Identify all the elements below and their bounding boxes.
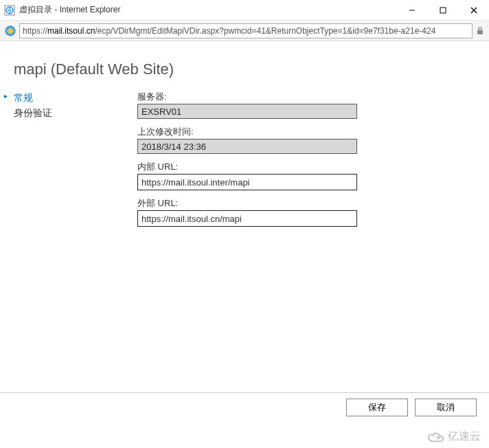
ie-page-icon <box>4 5 15 16</box>
minimize-button[interactable] <box>396 0 427 20</box>
svg-rect-3 <box>440 8 446 13</box>
field-external-url: 外部 URL: <box>137 197 468 227</box>
sidebar-item-general[interactable]: 常规 <box>7 91 130 106</box>
window-title: 虚拟目录 - Internet Explorer <box>19 4 120 16</box>
ie-icon <box>4 25 16 37</box>
url-host: mail.itsoul.cn <box>47 26 95 36</box>
maximize-button[interactable] <box>427 0 458 20</box>
external-url-input[interactable] <box>137 210 357 227</box>
window-controls <box>396 0 489 20</box>
server-value: EXSRV01 <box>137 104 357 119</box>
body-row: 常规 身份验证 服务器: EXSRV01 上次修改时间: 2018/3/14 2… <box>0 91 489 407</box>
sidebar-item-label: 常规 <box>14 92 33 103</box>
internal-url-label: 内部 URL: <box>137 161 468 173</box>
save-button[interactable]: 保存 <box>346 399 408 416</box>
watermark: 亿速云 <box>427 429 481 444</box>
svg-point-9 <box>437 436 440 439</box>
content-area: mapi (Default Web Site) 常规 身份验证 服务器: EXS… <box>0 41 489 407</box>
external-url-label: 外部 URL: <box>137 197 468 210</box>
field-internal-url: 内部 URL: <box>137 161 468 190</box>
form-area: 服务器: EXSRV01 上次修改时间: 2018/3/14 23:36 内部 … <box>130 91 489 407</box>
sidebar: 常规 身份验证 <box>0 91 130 407</box>
field-server: 服务器: EXSRV01 <box>137 91 468 119</box>
sidebar-item-auth[interactable]: 身份验证 <box>7 106 130 121</box>
page-title: mapi (Default Web Site) <box>0 41 489 91</box>
url-field[interactable]: https://mail.itsoul.cn/ecp/VDirMgmt/Edit… <box>19 23 473 38</box>
cancel-button[interactable]: 取消 <box>415 399 477 416</box>
server-label: 服务器: <box>137 91 468 103</box>
window-titlebar: 虚拟目录 - Internet Explorer <box>0 0 489 21</box>
address-bar: https://mail.itsoul.cn/ecp/VDirMgmt/Edit… <box>0 21 489 41</box>
internal-url-input[interactable] <box>137 174 357 190</box>
url-path: /ecp/VDirMgmt/EditMapiVDir.aspx?pwmcid=4… <box>95 26 435 36</box>
close-button[interactable] <box>458 0 489 20</box>
footer-bar: 保存 取消 <box>0 392 489 422</box>
lock-icon <box>475 26 485 36</box>
sidebar-item-label: 身份验证 <box>14 107 52 118</box>
modified-label: 上次修改时间: <box>137 126 468 138</box>
field-modified: 上次修改时间: 2018/3/14 23:36 <box>137 126 468 154</box>
url-prefix: https:// <box>23 26 47 36</box>
modified-value: 2018/3/14 23:36 <box>137 139 357 154</box>
svg-rect-8 <box>477 30 483 34</box>
cloud-icon <box>427 430 445 444</box>
watermark-text: 亿速云 <box>448 429 481 444</box>
